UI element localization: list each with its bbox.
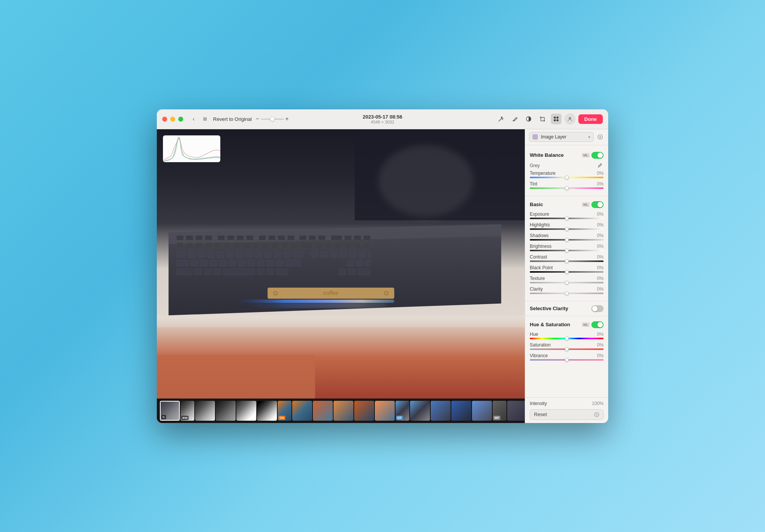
selective-clarity-toggle[interactable] (591, 305, 604, 312)
reset-button[interactable]: Reset (530, 409, 604, 420)
maximize-button[interactable] (178, 117, 183, 122)
vibrance-slider[interactable] (530, 359, 604, 361)
svg-rect-91 (195, 268, 202, 275)
svg-rect-96 (267, 268, 274, 275)
revert-button[interactable]: Revert to Original (213, 116, 252, 122)
minimize-button[interactable] (170, 117, 175, 122)
film-item-cf-1[interactable] (410, 401, 430, 421)
blackpoint-slider[interactable] (530, 271, 604, 273)
tint-slider[interactable] (530, 187, 604, 189)
film-item-bw-2[interactable] (216, 401, 236, 421)
brightness-value: 0% (597, 244, 604, 249)
svg-rect-24 (259, 235, 266, 240)
add-layer-button[interactable] (596, 133, 604, 141)
hue-saturation-toggle[interactable] (591, 321, 604, 328)
saturation-slider[interactable] (530, 348, 604, 350)
film-item-cf-3[interactable] (451, 401, 471, 421)
done-button[interactable]: Done (578, 114, 603, 124)
svg-rect-31 (331, 235, 342, 240)
exposure-slider[interactable] (530, 218, 604, 219)
svg-rect-90 (176, 268, 192, 275)
layer-selector[interactable]: Image Layer ▾ (529, 132, 594, 142)
hue-saturation-header: Hue & Saturation ML (530, 320, 604, 329)
film-item-bw-label[interactable]: BW (181, 401, 194, 421)
svg-rect-66 (283, 251, 291, 257)
texture-slider[interactable] (530, 282, 604, 283)
white-balance-title: White Balance (530, 152, 564, 158)
split-view-button[interactable]: ⊞ (201, 115, 209, 123)
svg-text:coffee: coffee (323, 290, 338, 296)
panel-scroll[interactable]: White Balance ML Grey (525, 145, 608, 397)
filter-button[interactable] (523, 114, 534, 124)
film-item-cf-4[interactable] (472, 401, 492, 421)
film-item-cn-5[interactable] (375, 401, 395, 421)
svg-rect-92 (204, 268, 212, 275)
magic-wand-button[interactable] (496, 114, 506, 124)
svg-rect-99 (348, 268, 356, 275)
svg-rect-48 (300, 242, 313, 249)
svg-point-112 (601, 163, 601, 164)
film-item-cn-1[interactable] (292, 401, 312, 421)
panel-header: Image Layer ▾ (525, 129, 608, 145)
svg-point-0 (501, 117, 502, 118)
white-balance-section: White Balance ML Grey (525, 148, 608, 194)
film-badge: C (161, 415, 166, 419)
film-item-cf-label[interactable]: CF (396, 401, 409, 421)
exposure-label: Exposure (530, 211, 549, 217)
film-item-cn-label[interactable]: CN (278, 401, 291, 421)
photo-canvas[interactable]: coffee (157, 129, 525, 399)
hue-slider[interactable] (530, 338, 604, 339)
zoom-slider[interactable] (261, 119, 284, 120)
svg-rect-44 (262, 242, 269, 249)
zoom-out-button[interactable]: − (256, 116, 259, 122)
svg-rect-56 (188, 251, 195, 257)
texture-value: 0% (597, 276, 604, 281)
reset-label: Reset (534, 412, 547, 417)
basic-toggle[interactable] (591, 201, 604, 208)
film-item-cn-2[interactable] (313, 401, 333, 421)
intensity-value: 100% (592, 401, 604, 406)
shadows-slider[interactable] (530, 239, 604, 241)
svg-rect-73 (359, 251, 366, 257)
brightness-slider[interactable] (530, 250, 604, 251)
film-item-bw-3[interactable] (236, 401, 256, 421)
svg-rect-28 (299, 235, 306, 240)
film-item-cf-2[interactable] (431, 401, 451, 421)
contrast-slider[interactable] (530, 260, 604, 262)
back-button[interactable]: ‹ (189, 115, 198, 123)
reset-icon (594, 412, 599, 417)
basic-ml-badge: ML (582, 202, 590, 207)
highlights-slider[interactable] (530, 228, 604, 230)
svg-rect-85 (276, 260, 283, 266)
adjustments-button[interactable] (551, 114, 562, 124)
vibrance-slider-row: Vibrance 0% (530, 353, 604, 361)
svg-rect-86 (286, 260, 301, 266)
film-item-cn-4[interactable] (354, 401, 374, 421)
dropper-button[interactable] (596, 162, 604, 169)
svg-rect-4 (541, 117, 544, 121)
white-balance-toggle[interactable] (591, 152, 604, 159)
hue-saturation-ml-badge: ML (582, 322, 590, 327)
crop-button[interactable] (537, 114, 548, 124)
svg-rect-25 (269, 235, 276, 240)
temperature-slider[interactable] (530, 177, 604, 178)
markup-button[interactable] (509, 114, 520, 124)
divider-3 (525, 316, 608, 316)
film-item-mf-1[interactable] (507, 401, 525, 421)
svg-rect-100 (358, 268, 371, 275)
close-button[interactable] (162, 117, 167, 122)
exposure-slider-row: Exposure 0% (530, 211, 604, 219)
film-item-cn-3[interactable] (334, 401, 353, 421)
svg-rect-60 (226, 251, 234, 257)
svg-rect-27 (287, 235, 295, 240)
user-menu-button[interactable] (565, 114, 575, 124)
film-item-original[interactable]: C (160, 401, 180, 421)
zoom-in-button[interactable]: + (285, 116, 289, 122)
film-item-bw-1[interactable] (195, 401, 215, 421)
svg-rect-29 (309, 235, 316, 240)
vibrance-value: 0% (597, 353, 604, 358)
film-item-mf-label[interactable]: MF (493, 401, 506, 421)
basic-section: Basic ML Exposure 0% (525, 198, 608, 299)
clarity-slider[interactable] (530, 293, 604, 294)
film-item-bw-4[interactable] (257, 401, 277, 421)
